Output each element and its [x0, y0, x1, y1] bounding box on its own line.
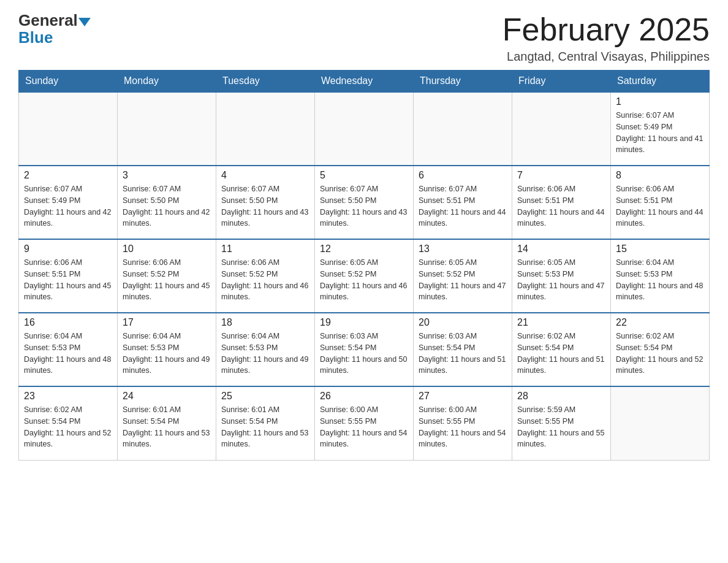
calendar-cell: 7Sunrise: 6:06 AMSunset: 5:51 PMDaylight…	[512, 166, 611, 239]
logo-general-text: General	[18, 12, 78, 28]
day-number: 24	[123, 391, 211, 402]
location-title: Langtad, Central Visayas, Philippines	[502, 50, 710, 64]
calendar-cell: 11Sunrise: 6:06 AMSunset: 5:52 PMDayligh…	[216, 239, 315, 313]
calendar-cell: 23Sunrise: 6:02 AMSunset: 5:54 PMDayligh…	[19, 386, 118, 460]
day-info: Sunrise: 6:06 AMSunset: 5:52 PMDaylight:…	[123, 257, 211, 303]
day-info: Sunrise: 6:07 AMSunset: 5:49 PMDaylight:…	[616, 110, 704, 156]
day-info: Sunrise: 6:04 AMSunset: 5:53 PMDaylight:…	[24, 331, 112, 377]
calendar-cell: 16Sunrise: 6:04 AMSunset: 5:53 PMDayligh…	[19, 313, 118, 386]
day-number: 2	[24, 170, 112, 181]
day-number: 11	[221, 243, 309, 255]
day-number: 15	[616, 243, 704, 255]
title-section: February 2025 Langtad, Central Visayas, …	[502, 12, 710, 64]
weekday-header-friday: Friday	[512, 71, 611, 93]
calendar-cell: 12Sunrise: 6:05 AMSunset: 5:52 PMDayligh…	[315, 239, 414, 313]
day-info: Sunrise: 6:00 AMSunset: 5:55 PMDaylight:…	[320, 404, 408, 450]
day-info: Sunrise: 5:59 AMSunset: 5:55 PMDaylight:…	[517, 404, 605, 450]
calendar-cell	[611, 386, 710, 460]
calendar-cell: 26Sunrise: 6:00 AMSunset: 5:55 PMDayligh…	[315, 386, 414, 460]
calendar-header: SundayMondayTuesdayWednesdayThursdayFrid…	[19, 71, 710, 93]
day-info: Sunrise: 6:07 AMSunset: 5:50 PMDaylight:…	[221, 183, 309, 229]
day-info: Sunrise: 6:07 AMSunset: 5:50 PMDaylight:…	[123, 183, 211, 229]
day-number: 7	[517, 170, 605, 181]
day-number: 18	[221, 317, 309, 328]
day-number: 14	[517, 243, 605, 255]
weekday-header-thursday: Thursday	[414, 71, 512, 93]
day-number: 16	[24, 317, 112, 328]
calendar-cell: 27Sunrise: 6:00 AMSunset: 5:55 PMDayligh…	[414, 386, 512, 460]
calendar-body: 1Sunrise: 6:07 AMSunset: 5:49 PMDaylight…	[19, 92, 710, 460]
page-header: General Blue February 2025 Langtad, Cent…	[18, 12, 710, 64]
day-info: Sunrise: 6:05 AMSunset: 5:52 PMDaylight:…	[320, 257, 408, 303]
calendar-cell: 2Sunrise: 6:07 AMSunset: 5:49 PMDaylight…	[19, 166, 118, 239]
calendar-cell: 22Sunrise: 6:02 AMSunset: 5:54 PMDayligh…	[611, 313, 710, 386]
day-number: 27	[419, 391, 507, 402]
day-number: 17	[123, 317, 211, 328]
day-info: Sunrise: 6:02 AMSunset: 5:54 PMDaylight:…	[517, 331, 605, 377]
calendar-cell: 14Sunrise: 6:05 AMSunset: 5:53 PMDayligh…	[512, 239, 611, 313]
day-number: 4	[221, 170, 309, 181]
day-info: Sunrise: 6:06 AMSunset: 5:51 PMDaylight:…	[517, 183, 605, 229]
day-info: Sunrise: 6:04 AMSunset: 5:53 PMDaylight:…	[616, 257, 704, 303]
calendar-cell: 3Sunrise: 6:07 AMSunset: 5:50 PMDaylight…	[118, 166, 216, 239]
day-info: Sunrise: 6:07 AMSunset: 5:49 PMDaylight:…	[24, 183, 112, 229]
day-number: 9	[24, 243, 112, 255]
logo: General Blue	[18, 12, 92, 47]
month-title: February 2025	[502, 12, 710, 47]
day-info: Sunrise: 6:06 AMSunset: 5:51 PMDaylight:…	[616, 183, 704, 229]
calendar-week-row: 16Sunrise: 6:04 AMSunset: 5:53 PMDayligh…	[19, 313, 710, 386]
calendar-cell: 4Sunrise: 6:07 AMSunset: 5:50 PMDaylight…	[216, 166, 315, 239]
calendar-week-row: 9Sunrise: 6:06 AMSunset: 5:51 PMDaylight…	[19, 239, 710, 313]
day-number: 28	[517, 391, 605, 402]
weekday-header-sunday: Sunday	[19, 71, 118, 93]
day-number: 22	[616, 317, 704, 328]
weekday-header-row: SundayMondayTuesdayWednesdayThursdayFrid…	[19, 71, 710, 93]
calendar-cell: 10Sunrise: 6:06 AMSunset: 5:52 PMDayligh…	[118, 239, 216, 313]
day-info: Sunrise: 6:06 AMSunset: 5:51 PMDaylight:…	[24, 257, 112, 303]
calendar-cell: 18Sunrise: 6:04 AMSunset: 5:53 PMDayligh…	[216, 313, 315, 386]
calendar-week-row: 2Sunrise: 6:07 AMSunset: 5:49 PMDaylight…	[19, 166, 710, 239]
day-number: 26	[320, 391, 408, 402]
day-info: Sunrise: 6:04 AMSunset: 5:53 PMDaylight:…	[123, 331, 211, 377]
calendar-week-row: 1Sunrise: 6:07 AMSunset: 5:49 PMDaylight…	[19, 92, 710, 166]
day-info: Sunrise: 6:01 AMSunset: 5:54 PMDaylight:…	[123, 404, 211, 450]
calendar-cell: 20Sunrise: 6:03 AMSunset: 5:54 PMDayligh…	[414, 313, 512, 386]
calendar-cell: 5Sunrise: 6:07 AMSunset: 5:50 PMDaylight…	[315, 166, 414, 239]
day-info: Sunrise: 6:02 AMSunset: 5:54 PMDaylight:…	[24, 404, 112, 450]
calendar-cell	[19, 92, 118, 166]
calendar-cell	[315, 92, 414, 166]
day-number: 12	[320, 243, 408, 255]
calendar-table: SundayMondayTuesdayWednesdayThursdayFrid…	[18, 70, 710, 461]
calendar-cell: 13Sunrise: 6:05 AMSunset: 5:52 PMDayligh…	[414, 239, 512, 313]
day-info: Sunrise: 6:01 AMSunset: 5:54 PMDaylight:…	[221, 404, 309, 450]
weekday-header-monday: Monday	[118, 71, 216, 93]
day-info: Sunrise: 6:07 AMSunset: 5:50 PMDaylight:…	[320, 183, 408, 229]
day-number: 6	[419, 170, 507, 181]
day-info: Sunrise: 6:00 AMSunset: 5:55 PMDaylight:…	[419, 404, 507, 450]
calendar-cell: 1Sunrise: 6:07 AMSunset: 5:49 PMDaylight…	[611, 92, 710, 166]
calendar-cell: 15Sunrise: 6:04 AMSunset: 5:53 PMDayligh…	[611, 239, 710, 313]
day-info: Sunrise: 6:05 AMSunset: 5:52 PMDaylight:…	[419, 257, 507, 303]
day-info: Sunrise: 6:07 AMSunset: 5:51 PMDaylight:…	[419, 183, 507, 229]
calendar-cell: 17Sunrise: 6:04 AMSunset: 5:53 PMDayligh…	[118, 313, 216, 386]
day-number: 25	[221, 391, 309, 402]
calendar-cell: 25Sunrise: 6:01 AMSunset: 5:54 PMDayligh…	[216, 386, 315, 460]
calendar-cell	[216, 92, 315, 166]
logo-triangle-icon	[78, 18, 91, 26]
calendar-cell	[512, 92, 611, 166]
day-number: 20	[419, 317, 507, 328]
day-number: 23	[24, 391, 112, 402]
calendar-cell: 6Sunrise: 6:07 AMSunset: 5:51 PMDaylight…	[414, 166, 512, 239]
day-number: 19	[320, 317, 408, 328]
logo-blue-text: Blue	[18, 28, 53, 47]
day-info: Sunrise: 6:06 AMSunset: 5:52 PMDaylight:…	[221, 257, 309, 303]
day-info: Sunrise: 6:03 AMSunset: 5:54 PMDaylight:…	[419, 331, 507, 377]
calendar-cell: 9Sunrise: 6:06 AMSunset: 5:51 PMDaylight…	[19, 239, 118, 313]
day-number: 13	[419, 243, 507, 255]
day-info: Sunrise: 6:03 AMSunset: 5:54 PMDaylight:…	[320, 331, 408, 377]
day-info: Sunrise: 6:05 AMSunset: 5:53 PMDaylight:…	[517, 257, 605, 303]
day-info: Sunrise: 6:02 AMSunset: 5:54 PMDaylight:…	[616, 331, 704, 377]
day-number: 10	[123, 243, 211, 255]
calendar-cell	[414, 92, 512, 166]
calendar-cell: 24Sunrise: 6:01 AMSunset: 5:54 PMDayligh…	[118, 386, 216, 460]
